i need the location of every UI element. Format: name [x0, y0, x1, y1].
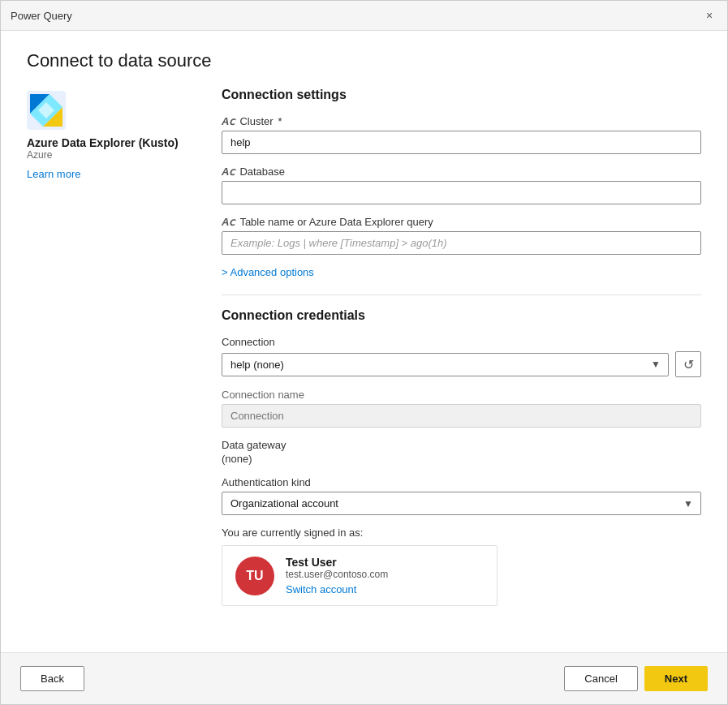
connector-logo	[27, 91, 66, 130]
table-abc-icon: Aᴄ	[222, 216, 235, 228]
connection-dropdown[interactable]: help (none)	[222, 353, 669, 376]
switch-account-link[interactable]: Switch account	[286, 583, 388, 595]
content-area: Azure Data Explorer (Kusto) Azure Learn …	[1, 84, 727, 652]
user-info: Test User test.user@contoso.com Switch a…	[286, 556, 388, 595]
user-email: test.user@contoso.com	[286, 569, 388, 580]
cluster-abc-icon: Aᴄ	[222, 115, 235, 127]
user-name: Test User	[286, 556, 388, 569]
cluster-label: Aᴄ Cluster *	[222, 115, 701, 127]
close-button[interactable]: ×	[701, 7, 717, 24]
title-bar: Power Query ×	[1, 1, 727, 31]
back-button[interactable]: Back	[20, 666, 84, 691]
page-title: Connect to data source	[1, 31, 727, 84]
footer: Back Cancel Next	[1, 652, 727, 704]
database-label: Aᴄ Database	[222, 166, 701, 178]
auth-kind-dropdown-row: Organizational account ▼	[222, 492, 701, 515]
connection-settings-title: Connection settings	[222, 88, 701, 102]
connector-category: Azure	[27, 149, 189, 161]
data-gateway-label: Data gateway	[222, 439, 701, 451]
learn-more-link[interactable]: Learn more	[27, 168, 80, 180]
auth-kind-dropdown-wrapper: Organizational account ▼	[222, 492, 701, 515]
cancel-button[interactable]: Cancel	[564, 666, 637, 691]
user-card: TU Test User test.user@contoso.com Switc…	[222, 545, 498, 606]
table-input[interactable]	[222, 231, 701, 255]
refresh-button[interactable]: ↺	[675, 351, 701, 377]
connection-name-input[interactable]	[222, 404, 701, 428]
avatar: TU	[235, 557, 274, 595]
connection-dropdown-wrapper: help (none) ▼	[222, 353, 669, 376]
dialog: Power Query × Connect to data source	[0, 0, 728, 705]
cluster-input[interactable]	[222, 131, 701, 154]
connection-dropdown-row: help (none) ▼ ↺	[222, 351, 701, 377]
database-field-group: Aᴄ Database	[222, 166, 701, 204]
right-panel: Connection settings Aᴄ Cluster * Aᴄ Data…	[222, 84, 701, 652]
footer-right: Cancel Next	[564, 666, 708, 691]
section-divider	[222, 294, 701, 295]
connection-name-label: Connection name	[222, 389, 701, 401]
next-button[interactable]: Next	[644, 666, 708, 691]
title-bar-text: Power Query	[11, 10, 72, 22]
signed-in-label: You are currently signed in as:	[222, 527, 701, 539]
cluster-field-group: Aᴄ Cluster *	[222, 115, 701, 154]
advanced-options[interactable]: > Advanced options	[222, 266, 701, 278]
auth-kind-label: Authentication kind	[222, 476, 701, 488]
database-input[interactable]	[222, 181, 701, 204]
table-field-group: Aᴄ Table name or Azure Data Explorer que…	[222, 216, 701, 255]
connection-credentials-title: Connection credentials	[222, 308, 701, 323]
connector-name: Azure Data Explorer (Kusto)	[27, 136, 189, 149]
auth-kind-dropdown[interactable]: Organizational account	[222, 492, 701, 515]
database-abc-icon: Aᴄ	[222, 166, 235, 178]
connection-label: Connection	[222, 336, 701, 348]
data-gateway-value: (none)	[222, 453, 701, 465]
left-panel: Azure Data Explorer (Kusto) Azure Learn …	[27, 84, 189, 652]
table-label: Aᴄ Table name or Azure Data Explorer que…	[222, 216, 701, 228]
cluster-required: *	[278, 115, 282, 127]
dialog-body: Connect to data source	[1, 31, 727, 704]
